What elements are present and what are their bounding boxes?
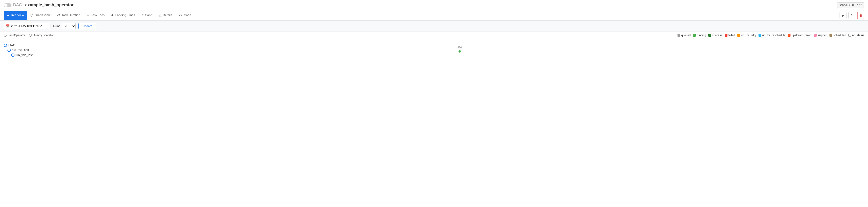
success-dot [708, 34, 711, 37]
runs-label: Runs [53, 24, 60, 28]
up-for-retry-label: up_for_retry [741, 34, 756, 37]
legend-bash-operator[interactable]: BashOperator [4, 34, 25, 37]
tab-details-label: Details [163, 13, 172, 17]
status-up-for-reschedule: up_for_reschedule [758, 34, 785, 37]
chart-area: 450 [51, 39, 868, 199]
upstream-failed-dot [788, 34, 790, 37]
status-queued: queued [678, 34, 690, 37]
tab-graph-view[interactable]: ⬡ Graph View [27, 11, 54, 20]
tab-landing-times-label: Landing Times [115, 13, 135, 17]
scheduled-label: scheduled [833, 34, 846, 37]
dag-title: DAG: example_bash_operator [4, 3, 73, 7]
graph-view-icon: ⬡ [30, 13, 33, 17]
tab-task-tries-label: Task Tries [91, 13, 104, 17]
code-icon: <> [179, 13, 182, 17]
update-button[interactable]: Update [79, 23, 96, 29]
details-icon: △ [159, 13, 161, 17]
tab-code[interactable]: <> Code [175, 11, 194, 20]
chart-label: 450 [458, 46, 462, 49]
date-input[interactable] [11, 24, 48, 28]
runs-select[interactable]: 25 5 10 50 100 [62, 23, 75, 29]
run-this-last-circle [11, 54, 14, 57]
success-dot-chart[interactable] [459, 50, 461, 53]
status-up-for-retry: up_for_retry [737, 34, 756, 37]
tree-node-dag[interactable]: [DAG] [0, 43, 51, 48]
tab-landing-times[interactable]: ✈ Landing Times [108, 11, 138, 20]
tree-panel: [DAG] run_this_first run_this_last [0, 39, 51, 199]
tree-node-run-this-first[interactable]: run_this_first [0, 48, 51, 53]
run-this-first-circle [7, 49, 11, 52]
status-scheduled: scheduled [830, 34, 846, 37]
tab-task-duration[interactable]: ⏱ Task Duration [54, 11, 83, 20]
run-this-first-label: run_this_first [12, 48, 29, 52]
status-failed: failed [725, 34, 735, 37]
tree-view-icon: ● [7, 13, 9, 17]
tab-details[interactable]: △ Details [156, 11, 176, 20]
tab-task-duration-label: Task Duration [62, 13, 80, 17]
running-label: running [696, 34, 706, 37]
status-upstream-failed: upstream_failed [788, 34, 811, 37]
dag-label: DAG: [13, 3, 23, 7]
bash-operator-label: BashOperator [8, 34, 25, 37]
tab-tree-view-label: Tree View [10, 13, 24, 17]
toolbar: 📅 Runs 25 5 10 50 100 Update [0, 21, 868, 32]
dummy-operator-label: DummyOperator [33, 34, 54, 37]
status-skipped: skipped [814, 34, 827, 37]
run-this-last-label: run_this_last [16, 53, 33, 57]
task-tries-icon: ↩ [87, 13, 89, 17]
no-status-dot [848, 34, 851, 37]
tab-graph-view-label: Graph View [35, 13, 51, 17]
tab-tree-view[interactable]: ● Tree View [4, 11, 27, 20]
status-success: success [708, 34, 722, 37]
play-button[interactable]: ▶ [839, 12, 846, 19]
action-buttons: ▶ ↻ 🗑 [839, 12, 864, 19]
nav-tabs: ● Tree View ⬡ Graph View ⏱ Task Duration… [0, 10, 868, 21]
up-for-reschedule-dot [758, 34, 761, 37]
queued-label: queued [681, 34, 690, 37]
main-content: [DAG] run_this_first run_this_last 450 [0, 39, 868, 199]
tree-node-run-this-last[interactable]: run_this_last [0, 53, 51, 57]
tab-gantt-label: Gantt [145, 13, 152, 17]
running-dot [693, 34, 696, 37]
delete-button[interactable]: 🗑 [857, 12, 864, 19]
failed-label: failed [728, 34, 735, 37]
top-bar: DAG: example_bash_operator schedule: 0 0… [0, 0, 868, 10]
date-input-wrap: 📅 [4, 23, 51, 29]
queued-dot [678, 34, 680, 37]
calendar-icon: 📅 [6, 24, 9, 28]
dag-toggle[interactable] [4, 3, 11, 7]
legend-statuses: queued running success failed up_for_ret… [678, 34, 864, 37]
gantt-icon: ≡ [142, 13, 144, 17]
upstream-failed-label: upstream_failed [792, 34, 811, 37]
legend-bar: BashOperator DummyOperator queued runnin… [0, 32, 868, 39]
task-duration-icon: ⏱ [57, 13, 60, 17]
bash-operator-circle [4, 34, 6, 37]
skipped-label: skipped [817, 34, 827, 37]
dag-name: example_bash_operator [25, 3, 73, 7]
tab-task-tries[interactable]: ↩ Task Tries [83, 11, 108, 20]
up-for-reschedule-label: up_for_reschedule [762, 34, 785, 37]
failed-dot [725, 34, 727, 37]
dag-node-circle [4, 44, 7, 47]
success-label: success [712, 34, 722, 37]
legend-operators: BashOperator DummyOperator [4, 34, 678, 37]
dummy-operator-circle [29, 34, 32, 37]
tab-gantt[interactable]: ≡ Gantt [138, 11, 156, 20]
legend-dummy-operator[interactable]: DummyOperator [29, 34, 54, 37]
skipped-dot [814, 34, 817, 37]
up-for-retry-dot [737, 34, 740, 37]
dag-node-label: [DAG] [8, 43, 16, 47]
landing-times-icon: ✈ [111, 13, 114, 17]
scheduled-dot [830, 34, 832, 37]
tab-code-label: Code [184, 13, 191, 17]
status-running: running [693, 34, 706, 37]
refresh-button[interactable]: ↻ [848, 12, 856, 19]
schedule-badge: schedule: 0 0 * * * [837, 2, 864, 8]
runs-wrap: Runs 25 5 10 50 100 [53, 23, 75, 29]
status-no-status: no_status [848, 34, 864, 37]
no-status-label: no_status [852, 34, 864, 37]
